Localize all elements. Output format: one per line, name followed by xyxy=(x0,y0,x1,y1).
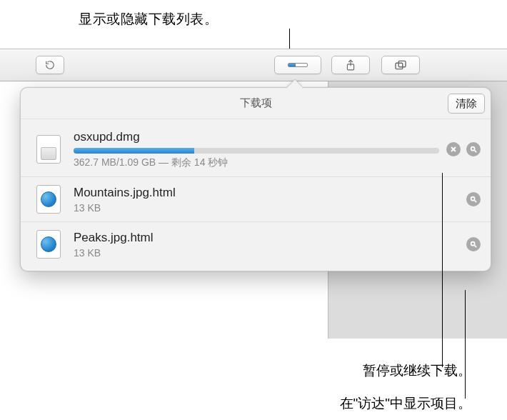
reload-icon xyxy=(45,60,55,70)
downloads-list: osxupd.dmg 362.7 MB/1.09 GB — 剩余 14 秒钟 M… xyxy=(21,119,491,271)
download-status: 362.7 MB/1.09 GB — 剩余 14 秒钟 xyxy=(74,156,439,169)
callout-pause-resume: 暂停或继续下载。 xyxy=(363,361,471,380)
download-item: osxupd.dmg 362.7 MB/1.09 GB — 剩余 14 秒钟 xyxy=(21,122,491,177)
share-button[interactable] xyxy=(331,56,370,74)
download-info: osxupd.dmg 362.7 MB/1.09 GB — 剩余 14 秒钟 xyxy=(74,129,439,169)
callout-line xyxy=(289,29,290,50)
file-icon-safari xyxy=(34,184,64,214)
callout-reveal-in-finder: 在"访达"中显示项目。 xyxy=(340,394,472,413)
reload-button[interactable] xyxy=(36,56,64,74)
popover-header: 下载项 清除 xyxy=(21,88,491,119)
magnifier-icon xyxy=(470,196,477,203)
file-icon-safari xyxy=(34,229,64,259)
download-name: Peaks.jpg.html xyxy=(74,230,459,246)
callout-show-hide-downloads: 显示或隐藏下载列表。 xyxy=(79,10,218,29)
svg-rect-1 xyxy=(396,63,403,69)
downloads-progress-icon xyxy=(288,63,308,67)
popover-arrow xyxy=(286,79,302,88)
file-icon-dmg xyxy=(34,134,64,164)
svg-line-8 xyxy=(475,151,477,153)
callout-line xyxy=(442,173,443,367)
callout-line xyxy=(465,290,466,399)
download-item: Peaks.jpg.html 13 KB xyxy=(21,222,491,266)
reveal-in-finder-button[interactable] xyxy=(466,237,481,251)
download-actions xyxy=(466,192,481,206)
stop-download-button[interactable] xyxy=(446,142,461,156)
download-progress-bar xyxy=(74,148,439,154)
svg-point-9 xyxy=(471,197,475,201)
reveal-in-finder-button[interactable] xyxy=(466,142,481,156)
magnifier-icon xyxy=(470,241,477,248)
downloads-popover: 下载项 清除 osxupd.dmg 362.7 MB/1.09 GB — 剩余 … xyxy=(20,87,491,271)
download-actions xyxy=(446,142,481,156)
svg-point-11 xyxy=(471,242,475,246)
download-info: Mountains.jpg.html 13 KB xyxy=(74,185,459,214)
download-item: Mountains.jpg.html 13 KB xyxy=(21,177,491,222)
downloads-button[interactable] xyxy=(274,56,321,74)
svg-point-7 xyxy=(471,147,475,151)
download-actions xyxy=(466,237,481,251)
download-status: 13 KB xyxy=(74,247,459,259)
download-info: Peaks.jpg.html 13 KB xyxy=(74,230,459,259)
popover-title: 下载项 xyxy=(240,96,272,110)
share-icon xyxy=(346,59,356,71)
svg-line-12 xyxy=(475,246,477,248)
reveal-in-finder-button[interactable] xyxy=(466,192,481,206)
toolbar xyxy=(0,49,507,81)
download-name: Mountains.jpg.html xyxy=(74,185,459,201)
tabs-icon xyxy=(394,60,407,70)
clear-button-label: 清除 xyxy=(456,97,477,111)
svg-rect-2 xyxy=(398,61,406,66)
clear-button[interactable]: 清除 xyxy=(448,94,485,114)
svg-line-10 xyxy=(475,201,477,203)
magnifier-icon xyxy=(470,146,477,153)
tabs-button[interactable] xyxy=(381,56,420,74)
download-name: osxupd.dmg xyxy=(74,129,439,145)
close-icon xyxy=(450,146,457,153)
download-status: 13 KB xyxy=(74,202,459,214)
